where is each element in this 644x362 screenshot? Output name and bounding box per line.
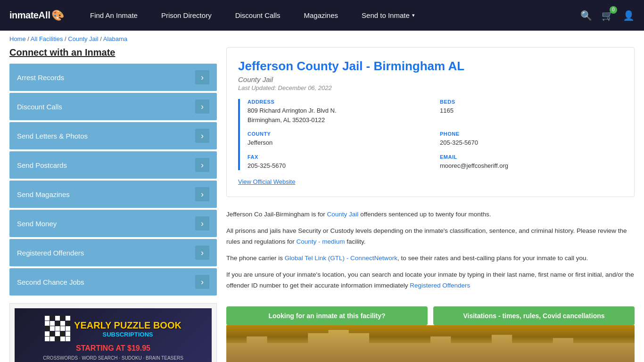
registered-offenders-link[interactable]: Registered Offenders <box>410 282 470 289</box>
desc-para-1: Jefferson Co Jail-Birmingham is for Coun… <box>226 209 635 220</box>
sidebar-menu: Arrest Records › Discount Calls › Send L… <box>9 64 217 296</box>
facility-card: Jefferson County Jail - Birmingham AL Co… <box>226 47 635 197</box>
header-icons: 🔍 🛒 0 👤 <box>580 10 635 21</box>
fax-block: FAX 205-325-5670 <box>248 154 430 171</box>
nav-prison-directory[interactable]: Prison Directory <box>149 0 223 31</box>
email-value: moorec@jeffcosheriff.org <box>440 161 623 171</box>
sidebar-item-registered-offenders[interactable]: Registered Offenders › <box>9 239 217 266</box>
address-value: 809 Richard Arrington Jr. Blvd N.Birming… <box>248 106 430 124</box>
info-grid: ADDRESS 809 Richard Arrington Jr. Blvd N… <box>238 99 623 170</box>
logo-text-all: All <box>38 10 50 21</box>
cart-badge: 0 <box>610 6 617 14</box>
desc-para-2: All prisons and jails have Security or C… <box>226 226 635 247</box>
ad-title: YEARLY PUZZLE BOOK <box>74 320 182 331</box>
description-section: Jefferson Co Jail-Birmingham is for Coun… <box>226 205 635 302</box>
chevron-right-icon: › <box>195 246 209 260</box>
chevron-right-icon: › <box>195 129 209 143</box>
user-icon[interactable]: 👤 <box>623 10 635 21</box>
sidebar: Connect with an Inmate Arrest Records › … <box>9 47 217 362</box>
chevron-right-icon: › <box>195 275 209 289</box>
chevron-right-icon: › <box>195 187 209 201</box>
logo-icon: 🎨 <box>51 9 64 22</box>
ad-price: STARTING AT $19.95 <box>76 344 150 353</box>
ad-desc: CROSSWORDS · WORD SEARCH · SUDOKU · BRAI… <box>43 355 183 361</box>
breadcrumb-county-jail[interactable]: County Jail <box>68 35 98 42</box>
facility-type: County Jail <box>238 75 623 83</box>
desc-para-4: If you are unsure of your inmate's locat… <box>226 270 635 291</box>
sidebar-item-send-magazines[interactable]: Send Magazines › <box>9 181 217 208</box>
official-website-link[interactable]: View Official Website <box>238 178 295 185</box>
header: inmate All 🎨 Find An Inmate Prison Direc… <box>0 0 644 31</box>
sidebar-item-send-postcards[interactable]: Send Postcards › <box>9 151 217 179</box>
fax-value: 205-325-5670 <box>248 161 430 171</box>
breadcrumb: Home / All Facilities / County Jail / Al… <box>0 31 644 47</box>
visitations-button[interactable]: Visitations - times, rules, Covid cancel… <box>433 306 635 325</box>
nav-discount-calls[interactable]: Discount Calls <box>223 0 292 31</box>
phone-value: 205-325-5670 <box>440 138 623 148</box>
sidebar-label-send-letters: Send Letters & Photos <box>17 132 88 140</box>
county-label: COUNTY <box>248 131 430 137</box>
county-medium-link[interactable]: County - medium <box>297 238 345 245</box>
sidebar-label-second-chance-jobs: Second Chance Jobs <box>17 278 84 286</box>
sidebar-item-second-chance-jobs[interactable]: Second Chance Jobs › <box>9 268 217 296</box>
sidebar-label-send-magazines: Send Magazines <box>17 190 70 198</box>
chevron-right-icon: › <box>195 216 209 230</box>
logo-text-inmate: inmate <box>9 10 38 21</box>
main-layout: Connect with an Inmate Arrest Records › … <box>0 47 644 362</box>
building-image <box>226 325 635 362</box>
main-content: Jefferson County Jail - Birmingham AL Co… <box>226 47 635 362</box>
nav-magazines[interactable]: Magazines <box>292 0 350 31</box>
logo[interactable]: inmate All 🎨 <box>9 9 64 22</box>
find-inmate-button[interactable]: Looking for an inmate at this facility? <box>226 306 428 325</box>
breadcrumb-state[interactable]: Alabama <box>103 35 127 42</box>
county-jail-link[interactable]: County Jail <box>327 211 359 218</box>
address-block: ADDRESS 809 Richard Arrington Jr. Blvd N… <box>248 99 430 124</box>
sidebar-label-registered-offenders: Registered Offenders <box>17 249 84 257</box>
cart-icon[interactable]: 🛒 0 <box>602 10 613 21</box>
sidebar-item-send-letters[interactable]: Send Letters & Photos › <box>9 122 217 149</box>
sidebar-title: Connect with an Inmate <box>9 47 217 58</box>
address-label: ADDRESS <box>248 99 430 105</box>
sidebar-advertisement[interactable]: 1 4 2 3 5 7 1 <box>9 303 217 362</box>
fax-label: FAX <box>248 154 430 160</box>
nav-send-to-inmate[interactable]: Send to Inmate ▾ <box>350 0 427 31</box>
chevron-right-icon: › <box>195 158 209 172</box>
sidebar-item-send-money[interactable]: Send Money › <box>9 210 217 237</box>
nav-find-inmate[interactable]: Find An Inmate <box>78 0 149 31</box>
email-block: EMAIL moorec@jeffcosheriff.org <box>440 154 623 171</box>
last-updated: Last Updated: December 06, 2022 <box>238 84 623 91</box>
sidebar-item-discount-calls[interactable]: Discount Calls › <box>9 93 217 120</box>
beds-block: BEDS 1165 <box>440 99 623 124</box>
chevron-right-icon: › <box>195 70 209 84</box>
sidebar-label-discount-calls: Discount Calls <box>17 103 62 111</box>
sidebar-label-send-postcards: Send Postcards <box>17 161 67 169</box>
sidebar-label-send-money: Send Money <box>17 220 57 228</box>
action-buttons: Looking for an inmate at this facility? … <box>226 306 635 325</box>
search-icon[interactable]: 🔍 <box>580 10 592 21</box>
county-block: COUNTY Jefferson <box>248 131 430 148</box>
sidebar-label-arrest-records: Arrest Records <box>17 74 64 82</box>
email-label: EMAIL <box>440 154 623 160</box>
beds-label: BEDS <box>440 99 623 105</box>
building-silhouette <box>226 330 635 362</box>
desc-para-3: The phone carrier is Global Tel Link (GT… <box>226 253 635 264</box>
facility-name: Jefferson County Jail - Birmingham AL <box>238 59 623 74</box>
phone-label: PHONE <box>440 131 623 137</box>
ad-subtitle: SUBSCRIPTIONS <box>74 331 182 338</box>
breadcrumb-home[interactable]: Home <box>9 35 26 42</box>
ad-content: 1 4 2 3 5 7 1 <box>15 308 212 362</box>
breadcrumb-all-facilities[interactable]: All Facilities <box>31 35 63 42</box>
phone-block: PHONE 205-325-5670 <box>440 131 623 148</box>
county-value: Jefferson <box>248 138 430 148</box>
gtl-link[interactable]: Global Tel Link (GTL) - ConnectNetwork <box>285 255 397 262</box>
chevron-right-icon: › <box>195 99 209 114</box>
main-nav: Find An Inmate Prison Directory Discount… <box>78 0 566 31</box>
beds-value: 1165 <box>440 106 623 115</box>
sidebar-item-arrest-records[interactable]: Arrest Records › <box>9 64 217 91</box>
